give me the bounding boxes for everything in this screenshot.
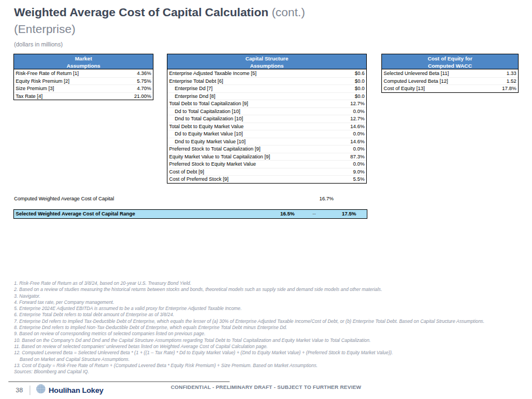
row-value: 9.0% (353, 169, 365, 175)
title-block: Weighted Average Cost of Capital Calcula… (14, 4, 305, 37)
page-title-line1: Weighted Average Cost of Capital Calcula… (14, 4, 305, 21)
row-label: Equity Market Value to Total Capitalizat… (169, 154, 270, 159)
table-row: Cost of Equity [13] 17.8% (382, 85, 518, 92)
row-value: $0.6 (354, 71, 365, 76)
row-label: Enterprise Dd [7] (169, 86, 213, 91)
footnote-line: Based on Market and Capital Structure As… (14, 356, 529, 363)
capital-structure-header-line2: Assumptions (167, 62, 366, 69)
wacc-slide: Weighted Average Cost of Capital Calcula… (0, 0, 532, 399)
table-row: Enterprise Total Debt [6] $0.0 (167, 77, 366, 85)
row-value: 1.33 (506, 71, 516, 76)
footnotes: 1. Risk-Free Rate of Return as of 3/8/24… (14, 280, 529, 375)
row-value: 1.52 (506, 78, 516, 84)
table-row: Equity Market Value to Total Capitalizat… (167, 153, 366, 161)
footnote-line: 3. Navigator. (14, 293, 529, 299)
row-value: $0.0 (354, 86, 365, 91)
market-assumptions-table: Market Assumptions Risk-Free Rate of Ret… (13, 54, 153, 100)
confidential-notice: CONFIDENTIAL - PRELIMINARY DRAFT - SUBJE… (0, 384, 532, 390)
row-value: 14.6% (350, 124, 365, 129)
row-value: 12.7% (350, 116, 365, 121)
cost-of-equity-table: Cost of Equity for Computed WACC Selecte… (381, 54, 519, 93)
page-title-cont: (cont.) (268, 6, 305, 18)
cost-of-equity-table-body: Selected Unlevered Beta [11] 1.33 Comput… (382, 69, 518, 92)
row-label: Cost of Preferred Stock [9] (169, 176, 228, 182)
table-row: Selected Unlevered Beta [11] 1.33 (382, 69, 518, 77)
footnote-text: 5. Enterprise 2024E Adjusted EBITDA is a… (14, 306, 242, 311)
computed-wacc-label: Computed Weighted Average Cost of Capita… (14, 196, 114, 201)
row-label: Enterprise Adjusted Taxable Income [5] (169, 71, 256, 76)
row-label: Selected Unlevered Beta [11] (384, 71, 449, 76)
table-row: Tax Rate [4] 21.00% (14, 92, 153, 100)
row-value: 4.70% (137, 86, 151, 91)
footnote-line: 13. Cost of Equity = Risk-Free Rate of R… (14, 363, 529, 369)
capital-structure-header-line1: Capital Structure (167, 55, 366, 62)
footnote-text: 8. Enterprise Dnd refers to Implied Non-… (14, 325, 287, 330)
selected-wacc-range-row: Selected Weighted Average Cost of Capita… (13, 209, 367, 219)
footnote-text: Sources: Bloomberg and Capital IQ. (14, 369, 89, 374)
row-label: Enterprise Total Debt [6] (169, 78, 223, 84)
row-label: Risk-Free Rate of Return [1] (16, 71, 79, 76)
table-row: Dd to Equity Market Value [10] 0.0% (167, 130, 366, 138)
row-value: 0.0% (353, 146, 365, 152)
row-value: 21.00% (134, 93, 151, 99)
footnote-line: 4. Forward tax rate, per Company managem… (14, 299, 529, 306)
row-label: Preferred Stock to Total Capitalization … (169, 146, 260, 152)
footnote-text: 11. Based on review of selected companie… (14, 344, 268, 349)
footnote-text: 3. Navigator. (14, 293, 40, 299)
footnote-line: 12. Computed Levered Beta = Selected Unl… (14, 350, 529, 356)
selected-wacc-range-low: 16.5% (261, 211, 295, 217)
row-label: Cost of Debt [9] (169, 169, 204, 175)
row-value: 17.8% (502, 86, 516, 91)
cost-of-equity-header-line1: Cost of Equity for (382, 55, 518, 62)
footnote-text: Based on Market and Capital Structure As… (20, 356, 130, 362)
table-row: Dd to Total Capitalization [10] 0.0% (167, 107, 366, 115)
table-row: Dnd to Equity Market Value [10] 14.6% (167, 138, 366, 145)
footnote-text: 7. Enterprise Dd refers to Implied Tax-D… (14, 318, 484, 324)
table-row: Dnd to Total Capitalization [10] 12.7% (167, 115, 366, 123)
capital-structure-table-header: Capital Structure Assumptions (167, 54, 366, 69)
footer-divider (8, 381, 230, 382)
footnote-line: 6. Enterprise Total Debt refers to total… (14, 312, 529, 318)
row-label: Dnd to Total Capitalization [10] (169, 116, 243, 121)
table-row: Computed Levered Beta [12] 1.52 (382, 77, 518, 85)
row-value: 0.0% (353, 131, 365, 137)
row-label: Preferred Stock to Equity Market Value (169, 161, 256, 167)
market-header-line1: Market (14, 55, 153, 62)
footnote-text: 10. Based on the Company's Dd and Dnd an… (14, 337, 371, 343)
table-row: Preferred Stock to Equity Market Value 0… (167, 160, 366, 168)
page-title: Weighted Average Cost of Capital Calcula… (14, 6, 268, 18)
footnote-text: 4. Forward tax rate, per Company managem… (14, 299, 114, 305)
row-label: Enterprise Dnd [8] (169, 93, 216, 99)
footnote-text: 6. Enterprise Total Debt refers to total… (14, 312, 174, 317)
footnote-text: 12. Computed Levered Beta = Selected Unl… (14, 350, 393, 355)
table-row: Total Debt to Total Capitalization [9] 1… (167, 100, 366, 107)
row-value: 5.75% (137, 78, 151, 84)
units-note: (dollars in millions) (14, 41, 63, 48)
row-label: Cost of Equity [13] (384, 86, 425, 91)
footnote-text: 2. Based on a review of studies measurin… (14, 287, 382, 292)
footnote-line: 8. Enterprise Dnd refers to Implied Non-… (14, 325, 529, 331)
row-value: 0.0% (353, 161, 365, 167)
footnote-line: 10. Based on the Company's Dd and Dnd an… (14, 337, 529, 344)
capital-structure-table: Capital Structure Assumptions Enterprise… (167, 54, 367, 184)
table-row: Enterprise Adjusted Taxable Income [5] $… (167, 69, 366, 77)
market-table-header: Market Assumptions (14, 54, 153, 69)
market-header-line2: Assumptions (14, 62, 153, 69)
row-label: Dnd to Equity Market Value [10] (169, 139, 245, 144)
row-value: 14.6% (350, 139, 365, 144)
row-value: 0.0% (353, 109, 365, 114)
table-row: Cost of Debt [9] 9.0% (167, 168, 366, 176)
row-value: $0.0 (354, 78, 365, 84)
row-label: Total Debt to Total Capitalization [9] (169, 101, 248, 106)
market-table-body: Risk-Free Rate of Return [1] 4.36% Equit… (14, 69, 153, 100)
footnote-line: 9. Based on review of corresponding metr… (14, 331, 529, 337)
row-value: 12.7% (350, 101, 365, 106)
computed-wacc-value: 16.7% (310, 196, 343, 201)
row-label: Equity Risk Premium [2] (16, 78, 69, 84)
footnote-line: Sources: Bloomberg and Capital IQ. (14, 369, 529, 375)
footnote-line: 11. Based on review of selected companie… (14, 344, 529, 350)
page-subtitle: (Enterprise) (14, 21, 305, 37)
footnote-text: 9. Based on review of corresponding metr… (14, 331, 206, 336)
table-row: Enterprise Dd [7] $0.0 (167, 85, 366, 92)
row-label: Tax Rate [4] (16, 93, 43, 99)
